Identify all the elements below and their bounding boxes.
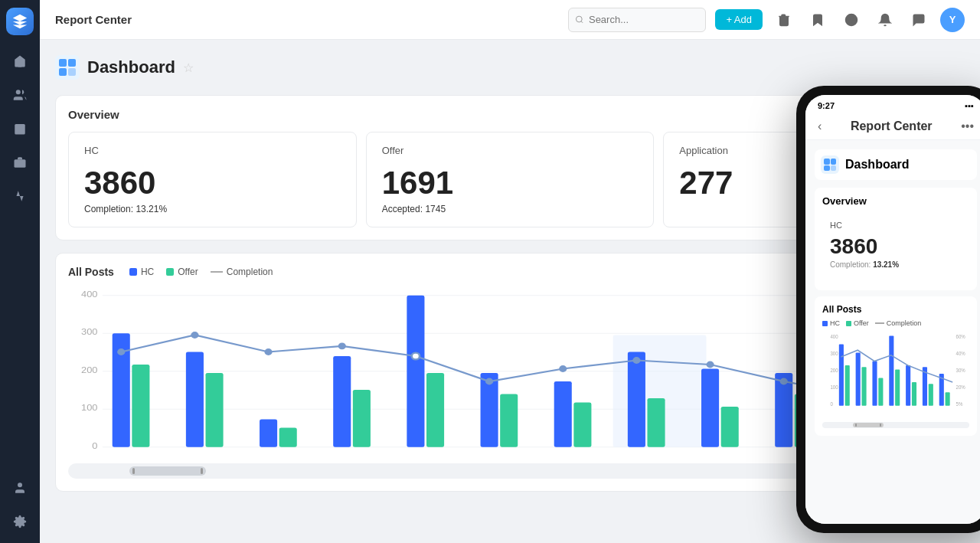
svg-point-55 xyxy=(780,378,788,385)
svg-rect-28 xyxy=(206,373,224,447)
svg-point-52 xyxy=(559,365,567,372)
help-icon-btn[interactable] xyxy=(839,8,864,32)
mobile-nav-bar: ‹ Report Center ••• xyxy=(805,113,980,140)
legend-item-hc: HC xyxy=(129,267,154,277)
svg-rect-68 xyxy=(856,353,861,406)
svg-point-51 xyxy=(485,378,493,385)
mobile-scrollbar-right-handle[interactable] xyxy=(880,424,881,427)
search-icon xyxy=(575,15,584,25)
sidebar-item-profile[interactable] xyxy=(6,474,34,502)
favorite-star-icon[interactable]: ☆ xyxy=(183,61,194,75)
svg-point-50 xyxy=(412,353,420,360)
mobile-legend-dot-offer xyxy=(846,321,851,326)
sidebar-item-people[interactable] xyxy=(6,81,34,109)
legend-line-completion xyxy=(211,271,223,273)
icon-cell-4 xyxy=(68,68,76,76)
svg-rect-26 xyxy=(132,365,149,447)
mobile-mockup: 9:27 ▪▪▪ ‹ Report Center ••• xyxy=(796,86,980,533)
scrollbar-handle-right[interactable] xyxy=(201,468,203,474)
svg-text:100: 100 xyxy=(830,384,838,390)
icon-cell-1 xyxy=(59,59,67,67)
svg-rect-36 xyxy=(500,394,518,447)
svg-rect-67 xyxy=(845,365,850,406)
content-area: Dashboard ☆ Overview HC 3860 Completion:… xyxy=(40,40,980,543)
mobile-hc-value: 3860 xyxy=(830,234,962,259)
chart-legend: HC Offer Completion xyxy=(129,267,273,277)
sidebar-item-home[interactable] xyxy=(6,47,34,75)
svg-rect-38 xyxy=(573,403,591,447)
svg-point-0 xyxy=(16,90,21,94)
chart-title: All Posts xyxy=(68,266,114,278)
svg-text:300: 300 xyxy=(830,350,838,356)
mobile-scrollbar-left-handle[interactable] xyxy=(855,424,857,427)
mobile-hc-sub: Completion: 13.21% xyxy=(830,260,962,269)
svg-rect-37 xyxy=(554,381,572,447)
add-button[interactable]: + Add xyxy=(715,9,763,30)
search-input[interactable] xyxy=(589,14,699,25)
svg-text:400: 400 xyxy=(81,289,98,299)
icon-cell-3 xyxy=(59,68,67,76)
svg-rect-69 xyxy=(861,367,866,406)
svg-rect-30 xyxy=(279,428,297,447)
user-avatar[interactable]: Y xyxy=(940,8,965,32)
mobile-icon-cell-4 xyxy=(831,165,837,172)
sidebar-item-jobs[interactable] xyxy=(6,149,34,176)
mobile-time: 9:27 xyxy=(818,101,835,110)
mobile-legend-completion: Completion xyxy=(875,319,922,327)
mobile-overview-title: Overview xyxy=(822,195,969,207)
sidebar-item-calendar[interactable] xyxy=(6,115,34,142)
scrollbar-thumb[interactable] xyxy=(129,466,206,476)
mobile-icon-cell-1 xyxy=(824,159,830,165)
svg-rect-43 xyxy=(721,407,739,447)
stat-sub-offer: Accepted: 1745 xyxy=(382,204,639,214)
svg-text:0: 0 xyxy=(92,441,98,451)
mobile-legend-offer: Offer xyxy=(846,319,869,327)
legend-item-completion: Completion xyxy=(211,267,273,277)
svg-rect-79 xyxy=(946,392,950,406)
icon-cell-2 xyxy=(68,59,76,67)
mobile-chart-title: All Posts xyxy=(822,304,969,315)
trash-icon-btn[interactable] xyxy=(772,8,796,32)
svg-rect-5 xyxy=(15,159,26,168)
svg-rect-27 xyxy=(186,352,204,447)
stat-card-offer: Offer 1691 Accepted: 1745 xyxy=(366,132,655,227)
mobile-overview-section: Overview HC 3860 Completion: 13.21% xyxy=(815,188,977,290)
mobile-chart-section: All Posts HC Offer xyxy=(815,296,977,436)
svg-point-54 xyxy=(706,361,714,368)
svg-text:40%: 40% xyxy=(956,350,965,356)
svg-point-49 xyxy=(338,342,346,349)
svg-text:30%: 30% xyxy=(956,367,965,373)
svg-point-47 xyxy=(191,332,198,339)
mobile-scrollbar-thumb[interactable] xyxy=(853,423,884,427)
bell-icon-btn[interactable] xyxy=(873,8,897,32)
mobile-scrollbar-track xyxy=(822,422,969,428)
sidebar-item-analytics[interactable] xyxy=(6,216,34,244)
mobile-hc-label: HC xyxy=(830,221,962,230)
mobile-legend-hc: HC xyxy=(822,319,840,327)
chat-icon-btn[interactable] xyxy=(906,8,931,32)
sidebar-item-settings[interactable] xyxy=(6,508,34,535)
svg-rect-33 xyxy=(407,296,424,447)
svg-rect-41 xyxy=(648,398,665,447)
header-title: Report Center xyxy=(55,13,559,26)
mobile-screen: 9:27 ▪▪▪ ‹ Report Center ••• xyxy=(805,95,980,524)
svg-rect-70 xyxy=(872,361,877,406)
search-box[interactable] xyxy=(568,8,706,32)
mobile-menu-icon[interactable]: ••• xyxy=(961,119,974,133)
sidebar-item-reports[interactable] xyxy=(6,182,34,210)
svg-rect-42 xyxy=(701,369,719,447)
dashboard-icon xyxy=(55,55,80,80)
mobile-icon-cell-3 xyxy=(824,165,830,172)
svg-point-9 xyxy=(18,482,22,487)
mobile-back-icon[interactable]: ‹ xyxy=(818,119,822,133)
svg-point-53 xyxy=(632,357,640,364)
scrollbar-handle-left[interactable] xyxy=(132,468,135,474)
app-logo[interactable] xyxy=(6,8,34,35)
mobile-legend-line-completion xyxy=(875,322,884,324)
stat-sub-hc: Completion: 13.21% xyxy=(84,204,341,214)
svg-rect-29 xyxy=(260,420,277,447)
svg-text:0: 0 xyxy=(830,401,833,407)
header: Report Center + Add Y xyxy=(40,0,980,40)
bookmark-icon-btn[interactable] xyxy=(805,8,830,32)
svg-rect-1 xyxy=(15,124,25,135)
